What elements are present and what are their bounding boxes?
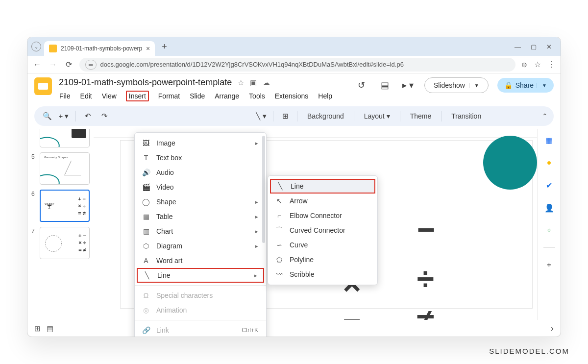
insert-menu-item-audio[interactable]: 🔊Audio: [135, 165, 266, 180]
layout-button[interactable]: Layout ▾: [359, 112, 395, 120]
line-icon: ╲: [143, 271, 151, 280]
comment-tool-icon[interactable]: ⊞: [278, 109, 292, 123]
browser-tab[interactable]: 2109-01-math-symbols-powerp ×: [44, 41, 155, 56]
cloud-icon[interactable]: ☁: [263, 78, 270, 87]
search-icon[interactable]: 🔍: [40, 109, 54, 123]
bookmark-icon[interactable]: ☆: [534, 60, 541, 69]
thumb-row[interactable]: [31, 133, 90, 147]
star-icon[interactable]: ☆: [238, 78, 244, 87]
reload-icon[interactable]: ⟳: [64, 60, 74, 69]
insert-menu-item-special-characters: ΩSpecial characters: [135, 288, 266, 303]
site-info-icon[interactable]: ═: [85, 60, 97, 70]
move-icon[interactable]: ▣: [250, 78, 257, 87]
insert-menu-item-shape[interactable]: ◯Shape▸: [135, 194, 266, 209]
insert-menu-item-diagram[interactable]: ⬡Diagram▸: [135, 239, 266, 253]
line-tool-icon[interactable]: ╲ ▾: [254, 109, 268, 123]
browser-menu-icon[interactable]: ⋮: [548, 60, 556, 69]
menu-slide[interactable]: Slide: [189, 91, 205, 101]
redo-icon[interactable]: ↷: [98, 109, 111, 123]
slide-thumb-selected[interactable]: x=4=2 2 + −× ÷= ≠: [40, 190, 90, 222]
line-submenu-item-scribble[interactable]: 〰Scribble: [268, 267, 377, 282]
slideshow-caret-icon[interactable]: ▼: [469, 83, 479, 88]
background-button[interactable]: Background: [302, 112, 349, 120]
submenu-item-label: Arrow: [290, 197, 308, 205]
menu-item-label: Special characters: [156, 291, 213, 299]
insert-menu-item-table[interactable]: ▦Table▸: [135, 209, 266, 224]
menu-format[interactable]: Format: [158, 91, 180, 101]
menu-item-label: Text box: [156, 154, 182, 162]
watermark: SLIDEMODEL.COM: [489, 347, 569, 355]
new-slide-icon[interactable]: + ▾: [57, 109, 71, 123]
back-icon[interactable]: ←: [32, 60, 42, 69]
insert-menu-item-image[interactable]: 🖼Image▸: [135, 136, 266, 150]
calendar-icon[interactable]: ▦: [544, 135, 555, 146]
thumb-row[interactable]: 7 + −× ÷= ≠: [31, 227, 90, 259]
new-tab-button[interactable]: +: [162, 42, 167, 52]
slide-thumb[interactable]: Geometry Shapes: [40, 152, 90, 185]
slide-thumb[interactable]: [40, 129, 90, 147]
menu-help[interactable]: Help: [318, 91, 333, 101]
close-window-icon[interactable]: ✕: [546, 43, 552, 50]
slideshow-button[interactable]: Slideshow ▼: [424, 77, 489, 93]
thumb-row[interactable]: 5 Geometry Shapes: [31, 152, 90, 185]
menu-extensions[interactable]: Extensions: [274, 91, 309, 101]
submenu-item-label: Scribble: [290, 270, 315, 278]
menu-file[interactable]: File: [59, 91, 71, 101]
collapse-toolbar-icon[interactable]: ⌃: [542, 112, 548, 120]
curved-connector-icon: ⌒: [275, 226, 284, 235]
share-caret-icon[interactable]: ▼: [537, 83, 547, 88]
menu-item-label: Shape: [156, 198, 176, 206]
slides-logo[interactable]: [34, 77, 52, 95]
insert-menu-item-line[interactable]: ╲Line▸: [137, 268, 264, 283]
doc-title[interactable]: 2109-01-math-symbols-powerpoint-template: [59, 77, 232, 88]
maps-icon[interactable]: ⌖: [544, 225, 555, 236]
grid-view-icon[interactable]: ⊞: [34, 324, 41, 333]
elbow-connector-icon: ⌐: [275, 211, 284, 220]
menu-arrange[interactable]: Arrange: [214, 91, 240, 101]
thumbnail-panel: 5 Geometry Shapes 6 x=4=2 2 + −× ÷= ≠ 7: [27, 129, 94, 320]
insert-menu-item-video[interactable]: 🎬Video: [135, 180, 266, 194]
line-submenu-item-curve[interactable]: ∽Curve: [268, 238, 377, 252]
undo-icon[interactable]: ↶: [81, 109, 95, 123]
submenu-item-label: Curved Connector: [290, 226, 345, 234]
history-icon[interactable]: ↺: [354, 78, 368, 93]
sidepanel-toggle-icon[interactable]: ›: [551, 323, 554, 334]
menu-view[interactable]: View: [101, 91, 117, 101]
keep-icon[interactable]: ●: [544, 157, 555, 168]
filmstrip-icon[interactable]: ▤: [47, 324, 53, 333]
transition-button[interactable]: Transition: [446, 112, 486, 120]
insert-menu-item-animation: ◎Animation: [135, 303, 266, 317]
forward-icon[interactable]: →: [48, 60, 58, 69]
chart-icon: ▥: [142, 227, 150, 236]
url-box[interactable]: ═ docs.google.com/presentation/d/1D12V2W…: [79, 58, 515, 72]
line-submenu-item-elbow-connector[interactable]: ⌐Elbow Connector: [268, 208, 377, 223]
insert-menu-item-word-art[interactable]: AWord art: [135, 253, 266, 268]
line-submenu-item-curved-connector[interactable]: ⌒Curved Connector: [268, 223, 377, 238]
insert-menu-item-text-box[interactable]: TText box: [135, 150, 266, 165]
slide-thumb[interactable]: + −× ÷= ≠: [40, 227, 90, 259]
tab-dropdown[interactable]: ⌄: [31, 42, 41, 51]
share-button[interactable]: 🔒 Share ▼: [497, 78, 554, 93]
menu-insert[interactable]: Insert: [126, 91, 149, 101]
close-tab-icon[interactable]: ×: [146, 45, 150, 52]
thumb-row[interactable]: 6 x=4=2 2 + −× ÷= ≠: [31, 190, 90, 222]
comments-icon[interactable]: ▤: [377, 78, 392, 93]
line-submenu-item-polyline[interactable]: ⬠Polyline: [268, 252, 377, 267]
maximize-icon[interactable]: ▢: [531, 43, 537, 50]
meet-icon[interactable]: ▸ ▾: [401, 78, 416, 93]
insert-menu-item-chart[interactable]: ▥Chart▸: [135, 224, 266, 239]
minimize-icon[interactable]: —: [514, 43, 521, 50]
line-submenu-item-line[interactable]: ╲Line: [270, 179, 375, 194]
url-text: docs.google.com/presentation/d/1D12V2W2Y…: [100, 61, 404, 68]
menu-item-label: Animation: [156, 306, 187, 314]
contacts-icon[interactable]: 👤: [544, 202, 555, 213]
add-panel-icon[interactable]: +: [544, 260, 555, 270]
submenu-arrow-icon: ▸: [255, 140, 258, 146]
theme-button[interactable]: Theme: [405, 112, 437, 120]
lock-icon: 🔒: [504, 81, 513, 89]
zoom-icon[interactable]: ⊖: [521, 61, 527, 69]
menu-edit[interactable]: Edit: [80, 91, 93, 101]
tasks-icon[interactable]: ✔: [544, 180, 555, 191]
line-submenu-item-arrow[interactable]: ↖Arrow: [268, 194, 377, 208]
menu-tools[interactable]: Tools: [248, 91, 266, 101]
